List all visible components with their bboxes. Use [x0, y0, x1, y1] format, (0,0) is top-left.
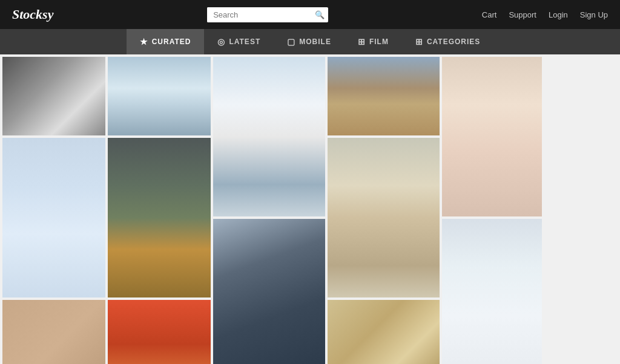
- nav-latest-label: LATEST: [229, 37, 260, 46]
- film-icon: ⊞: [358, 37, 366, 47]
- cart-link[interactable]: Cart: [482, 10, 497, 19]
- grid-icon: ⊞: [415, 37, 423, 47]
- photo-child-wall[interactable]: [213, 57, 325, 216]
- circle-icon: ◎: [217, 37, 225, 47]
- search-button[interactable]: 🔍: [310, 7, 328, 22]
- nav-mobile-label: MOBILE: [299, 37, 331, 46]
- mobile-icon: ▢: [287, 37, 295, 47]
- nav-curated[interactable]: ★ CURATED: [127, 29, 205, 54]
- photo-building[interactable]: [213, 219, 325, 364]
- top-navigation: Stocksy 🔍 Cart Support Login Sign Up: [0, 0, 620, 29]
- photo-mountain-forest[interactable]: [108, 138, 211, 297]
- photo-coral-art[interactable]: [442, 57, 542, 216]
- photo-dancer-sunset[interactable]: [108, 300, 211, 364]
- signup-link[interactable]: Sign Up: [580, 10, 608, 19]
- photo-grid: [0, 54, 620, 364]
- search-input[interactable]: [207, 7, 310, 22]
- photo-camels[interactable]: [328, 57, 440, 135]
- nav-curated-label: CURATED: [152, 37, 191, 46]
- nav-categories-label: CATEGORIES: [427, 37, 480, 46]
- support-link[interactable]: Support: [509, 10, 536, 19]
- photo-skin[interactable]: [2, 300, 105, 364]
- site-logo: Stocksy: [12, 7, 53, 22]
- photo-dusty-mounds[interactable]: [328, 138, 440, 297]
- top-nav-links: Cart Support Login Sign Up: [482, 10, 608, 19]
- search-bar: 🔍: [207, 7, 328, 22]
- photo-snowy-landscape[interactable]: [442, 219, 542, 364]
- login-link[interactable]: Login: [549, 10, 568, 19]
- nav-categories[interactable]: ⊞ CATEGORIES: [402, 29, 493, 54]
- nav-latest[interactable]: ◎ LATEST: [204, 29, 274, 54]
- nav-film-label: FILM: [369, 37, 389, 46]
- sub-navigation: ★ CURATED ◎ LATEST ▢ MOBILE ⊞ FILM ⊞ CAT…: [0, 29, 620, 54]
- star-icon: ★: [140, 37, 148, 47]
- nav-film[interactable]: ⊞ FILM: [345, 29, 402, 54]
- photo-snowy-forest[interactable]: [108, 57, 211, 135]
- photo-sandy-mounds[interactable]: [328, 300, 440, 364]
- nav-mobile[interactable]: ▢ MOBILE: [274, 29, 345, 54]
- photo-portrait[interactable]: [2, 57, 105, 135]
- photo-icy-waterfall[interactable]: [2, 138, 105, 297]
